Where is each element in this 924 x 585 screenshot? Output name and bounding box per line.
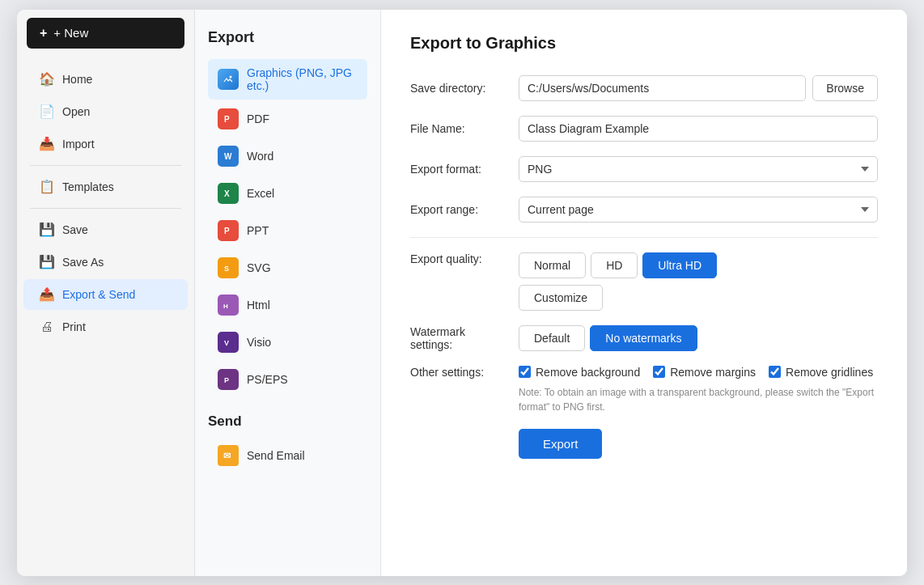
svg-rect-0: [223, 74, 234, 85]
home-icon: 🏠: [40, 72, 54, 87]
sidebar-item-templates[interactable]: 📋 Templates: [23, 172, 188, 202]
file-name-control: [519, 116, 878, 142]
export-button[interactable]: Export: [519, 429, 602, 459]
quality-hd-button[interactable]: HD: [591, 252, 638, 278]
export-item-excel-label: Excel: [247, 187, 274, 200]
graphics-icon: [218, 69, 239, 90]
sidebar-item-import-label: Import: [62, 138, 95, 150]
sidebar-item-export-send[interactable]: 📤 Export & Send: [23, 279, 188, 310]
import-icon: 📥: [40, 137, 54, 151]
export-range-select[interactable]: Current page All pages Selected region: [519, 197, 878, 223]
print-icon: 🖨: [40, 320, 54, 334]
export-format-select[interactable]: PNG JPG BMP GIF: [519, 156, 878, 182]
export-item-html[interactable]: H Html: [208, 287, 367, 323]
open-icon: 📄: [40, 104, 54, 119]
svg-text:X: X: [224, 189, 230, 198]
export-item-pseps[interactable]: P PS/EPS: [208, 362, 367, 397]
export-item-ppt-label: PPT: [247, 224, 269, 237]
export-send-icon: 📤: [40, 287, 54, 302]
other-settings-row: Other settings: Remove background Remove…: [410, 366, 878, 379]
export-panel-title: Export: [208, 29, 367, 46]
nav-divider-2: [30, 208, 181, 209]
sidebar-item-home-label: Home: [62, 73, 92, 86]
svg-text:P: P: [224, 376, 229, 384]
watermark-buttons: Default No watermarks: [519, 325, 697, 351]
export-item-svg[interactable]: S SVG: [208, 250, 367, 286]
sidebar-item-open[interactable]: 📄 Open: [23, 96, 188, 127]
sidebar: + + New 🏠 Home 📄 Open 📥 Import 📋 Templat…: [17, 10, 195, 576]
send-email-item[interactable]: ✉ Send Email: [208, 438, 367, 473]
quality-ultrahd-button[interactable]: Ultra HD: [642, 252, 717, 278]
browse-button[interactable]: Browse: [812, 75, 878, 101]
plus-icon: +: [40, 26, 47, 40]
svg-text:P: P: [224, 227, 230, 235]
remove-bg-label: Remove background: [536, 366, 640, 379]
remove-gridlines-label: Remove gridlines: [786, 366, 873, 379]
save-as-icon: 💾: [40, 255, 54, 269]
nav-divider-1: [30, 165, 181, 166]
export-item-graphics[interactable]: Graphics (PNG, JPG etc.): [208, 59, 367, 100]
html-icon: H: [218, 295, 239, 316]
export-range-label: Export range:: [410, 203, 507, 216]
main-content: Export Graphics (PNG, JPG etc.) P PDF: [195, 10, 907, 576]
sidebar-item-import[interactable]: 📥 Import: [23, 129, 188, 159]
save-directory-control: Browse: [519, 75, 878, 101]
sidebar-item-print[interactable]: 🖨 Print: [23, 312, 188, 342]
export-item-visio[interactable]: V Visio: [208, 324, 367, 360]
customize-button[interactable]: Customize: [519, 285, 603, 311]
checkbox-remove-margins-input[interactable]: [653, 366, 665, 378]
sidebar-item-save-as-label: Save As: [62, 256, 104, 269]
ppt-icon: P: [218, 220, 239, 241]
word-icon: W: [218, 146, 239, 167]
export-format-row: Export format: PNG JPG BMP GIF: [410, 156, 878, 182]
pseps-icon: P: [218, 369, 239, 390]
export-item-pdf[interactable]: P PDF: [208, 101, 367, 137]
checkbox-remove-bg-input[interactable]: [519, 366, 531, 378]
export-item-word[interactable]: W Word: [208, 138, 367, 174]
sidebar-nav: 🏠 Home 📄 Open 📥 Import 📋 Templates 💾 Sav…: [17, 57, 194, 350]
checkbox-remove-gridlines[interactable]: Remove gridlines: [769, 366, 873, 379]
excel-icon: X: [218, 183, 239, 204]
export-item-pseps-label: PS/EPS: [247, 373, 288, 386]
send-list: ✉ Send Email: [208, 438, 367, 473]
svg-text:V: V: [224, 339, 229, 347]
pdf-icon: P: [218, 108, 239, 129]
checkbox-remove-gridlines-input[interactable]: [769, 366, 781, 378]
sidebar-item-save-as[interactable]: 💾 Save As: [23, 247, 188, 278]
customize-row: Customize: [519, 278, 717, 311]
export-format-label: Export format:: [410, 163, 507, 176]
sidebar-item-templates-label: Templates: [62, 180, 114, 193]
export-range-control: Current page All pages Selected region: [519, 197, 878, 223]
svg-text:W: W: [224, 152, 232, 161]
save-directory-input[interactable]: [519, 75, 806, 101]
export-item-excel[interactable]: X Excel: [208, 176, 367, 211]
sidebar-item-export-send-label: Export & Send: [62, 288, 135, 301]
note-text: Note: To obtain an image with a transpar…: [519, 385, 878, 414]
quality-normal-button[interactable]: Normal: [519, 252, 586, 278]
export-quality-label: Export quality:: [410, 252, 507, 265]
svg-text:✉: ✉: [223, 451, 231, 460]
watermark-default-button[interactable]: Default: [519, 325, 585, 351]
file-name-input[interactable]: [519, 116, 878, 142]
new-button[interactable]: + + New: [27, 18, 184, 49]
export-item-word-label: Word: [247, 150, 273, 163]
sidebar-item-open-label: Open: [62, 105, 90, 118]
export-quality-control: Normal HD Ultra HD Customize: [519, 252, 717, 311]
watermark-none-button[interactable]: No watermarks: [590, 325, 697, 351]
checkbox-remove-margins[interactable]: Remove margins: [653, 366, 756, 379]
templates-icon: 📋: [40, 180, 54, 194]
save-directory-row: Save directory: Browse: [410, 75, 878, 101]
checkbox-remove-bg[interactable]: Remove background: [519, 366, 640, 379]
visio-icon: V: [218, 332, 239, 353]
watermark-label: Watermark settings:: [410, 325, 507, 351]
export-panel: Export Graphics (PNG, JPG etc.) P PDF: [195, 10, 381, 576]
sidebar-item-save-label: Save: [62, 223, 88, 236]
sidebar-item-save[interactable]: 💾 Save: [23, 214, 188, 245]
sidebar-item-home[interactable]: 🏠 Home: [23, 64, 188, 95]
svg-text:P: P: [224, 115, 230, 124]
export-format-control: PNG JPG BMP GIF: [519, 156, 878, 182]
export-item-ppt[interactable]: P PPT: [208, 213, 367, 248]
export-item-graphics-label: Graphics (PNG, JPG etc.): [247, 66, 358, 92]
svg-point-1: [230, 75, 232, 78]
new-button-label: + New: [53, 26, 88, 40]
